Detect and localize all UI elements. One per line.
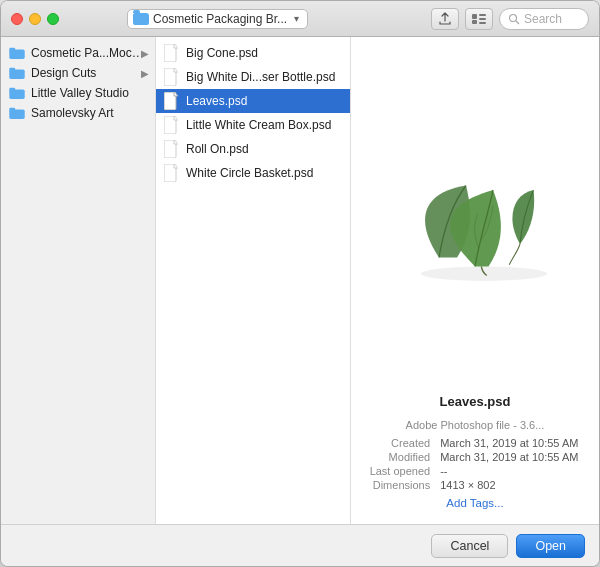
file-item-white-circle[interactable]: White Circle Basket.psd [156, 161, 350, 185]
svg-rect-12 [9, 88, 15, 91]
share-button[interactable] [431, 8, 459, 30]
svg-line-6 [516, 21, 519, 24]
close-button[interactable] [11, 13, 23, 25]
modified-label: Modified [368, 451, 434, 463]
maximize-button[interactable] [47, 13, 59, 25]
file-type-label: Adobe Photoshop file - 3.6... [368, 419, 582, 435]
open-file-dialog: Cosmetic Packaging Br... ▾ Search [0, 0, 600, 567]
psd-file-icon [164, 44, 180, 62]
svg-rect-0 [472, 14, 477, 19]
sidebar-item-little-valley[interactable]: Little Valley Studio [1, 83, 155, 103]
traffic-lights [11, 13, 59, 25]
file-item-label: Big Cone.psd [186, 46, 258, 60]
last-opened-label: Last opened [368, 465, 434, 477]
svg-rect-8 [9, 48, 15, 51]
dimensions-label: Dimensions [368, 479, 434, 491]
chevron-right-icon: ▶ [141, 48, 149, 59]
sidebar-item-samolevsky[interactable]: Samolevsky Art [1, 103, 155, 123]
sidebar-item-label: Cosmetic Pa...Mockup Zone [31, 46, 145, 60]
title-bar-actions: Search [431, 8, 589, 30]
sidebar-item-label: Design Cuts [31, 66, 96, 80]
file-item-little-white[interactable]: Little White Cream Box.psd [156, 113, 350, 137]
file-item-roll-on[interactable]: Roll On.psd [156, 137, 350, 161]
file-item-label: White Circle Basket.psd [186, 166, 313, 180]
folder-title-dropdown[interactable]: Cosmetic Packaging Br... ▾ [127, 9, 308, 29]
folder-icon [133, 13, 149, 25]
leaves-preview-image [385, 166, 565, 286]
created-label: Created [368, 437, 434, 449]
created-value: March 31, 2019 at 10:55 AM [436, 437, 582, 449]
sidebar: Cosmetic Pa...Mockup Zone ▶ Design Cuts … [1, 37, 156, 524]
psd-file-icon [164, 164, 180, 182]
file-item-label: Leaves.psd [186, 94, 247, 108]
main-content: Cosmetic Pa...Mockup Zone ▶ Design Cuts … [1, 37, 599, 524]
file-item-label: Little White Cream Box.psd [186, 118, 331, 132]
chevron-right-icon: ▶ [141, 68, 149, 79]
view-toggle-button[interactable] [465, 8, 493, 30]
footer: Cancel Open [1, 524, 599, 566]
chevron-down-icon: ▾ [294, 13, 299, 24]
folder-icon [9, 87, 25, 99]
svg-rect-10 [9, 68, 15, 71]
file-info: Leaves.psd Adobe Photoshop file - 3.6...… [366, 394, 584, 514]
folder-title-label: Cosmetic Packaging Br... [153, 12, 287, 26]
search-icon [508, 13, 520, 25]
file-item-big-cone[interactable]: Big Cone.psd [156, 41, 350, 65]
svg-point-5 [510, 14, 517, 21]
psd-file-icon [164, 140, 180, 158]
sidebar-item-label: Samolevsky Art [31, 106, 114, 120]
minimize-button[interactable] [29, 13, 41, 25]
file-info-table: Adobe Photoshop file - 3.6... Created Ma… [366, 417, 584, 493]
psd-file-icon [164, 68, 180, 86]
psd-file-icon [164, 92, 180, 110]
svg-rect-2 [479, 14, 486, 16]
open-button[interactable]: Open [516, 534, 585, 558]
sidebar-item-cosmetic-pa[interactable]: Cosmetic Pa...Mockup Zone ▶ [1, 43, 155, 63]
file-item-leaves[interactable]: Leaves.psd [156, 89, 350, 113]
cancel-button[interactable]: Cancel [431, 534, 508, 558]
search-label: Search [524, 12, 562, 26]
modified-value: March 31, 2019 at 10:55 AM [436, 451, 582, 463]
last-opened-value: -- [436, 465, 582, 477]
title-center: Cosmetic Packaging Br... ▾ [127, 9, 423, 29]
file-item-big-white-di[interactable]: Big White Di...ser Bottle.psd [156, 65, 350, 89]
preview-image-area [366, 57, 584, 394]
svg-rect-14 [9, 108, 15, 111]
file-item-label: Big White Di...ser Bottle.psd [186, 70, 335, 84]
sidebar-item-label: Little Valley Studio [31, 86, 129, 100]
title-bar: Cosmetic Packaging Br... ▾ Search [1, 1, 599, 37]
file-list: Big Cone.psd Big White Di...ser Bottle.p… [156, 37, 351, 524]
dimensions-value: 1413 × 802 [436, 479, 582, 491]
preview-filename: Leaves.psd [366, 394, 584, 409]
folder-icon [9, 47, 25, 59]
svg-rect-3 [479, 18, 486, 20]
svg-rect-4 [479, 22, 486, 24]
search-box[interactable]: Search [499, 8, 589, 30]
sidebar-item-design-cuts[interactable]: Design Cuts ▶ [1, 63, 155, 83]
add-tags-button[interactable]: Add Tags... [366, 497, 584, 509]
folder-icon [9, 67, 25, 79]
psd-file-icon [164, 116, 180, 134]
folder-icon [9, 107, 25, 119]
preview-pane: Leaves.psd Adobe Photoshop file - 3.6...… [351, 37, 599, 524]
file-item-label: Roll On.psd [186, 142, 249, 156]
svg-rect-1 [472, 20, 477, 24]
